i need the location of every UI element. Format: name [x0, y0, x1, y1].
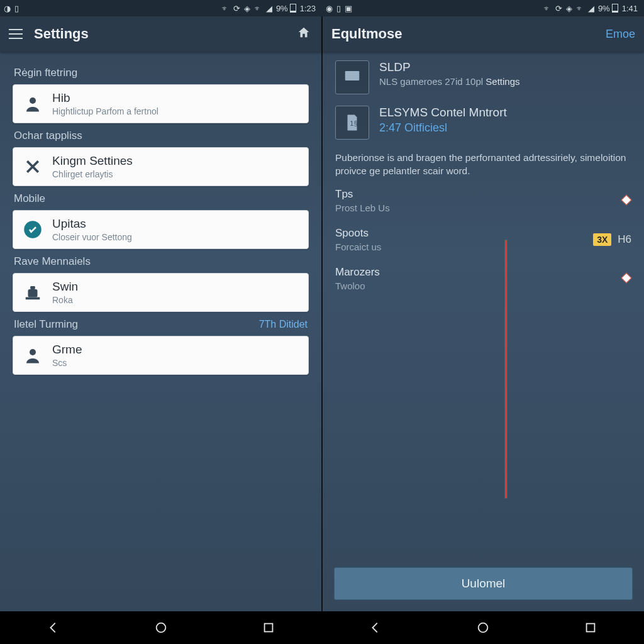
primary-button[interactable]: Uulomel [334, 567, 633, 600]
value-badge: 3X [593, 233, 611, 246]
page-title: Equltmose [331, 26, 402, 42]
split-view: Settings Rėgin ftetring Hib Hightlictup … [0, 16, 644, 611]
settings-card-kingm[interactable]: Kingm Settines Chlirget erlaytis [13, 147, 309, 186]
slider-marozers[interactable]: Marozers Twoloo [335, 266, 631, 291]
monitor-icon [335, 60, 369, 94]
signal-icon: ◢ [588, 4, 594, 13]
wifi-icon: ᯤ [543, 4, 552, 13]
card-title: Kingm Settines [52, 154, 133, 168]
wifi-icon: ᯤ [576, 4, 584, 13]
back-button[interactable] [357, 611, 394, 644]
svg-rect-11 [586, 624, 594, 632]
close-icon [22, 156, 43, 177]
card-subtitle: Hightlictup Parfom a fertnol [52, 106, 158, 116]
slider-spoots[interactable]: Spoots Forcaict us 3X H6 [335, 227, 631, 252]
slider-sublabel: Forcaict us [335, 242, 381, 252]
back-button[interactable] [35, 611, 72, 644]
settings-card-swin[interactable]: Swin Roka [13, 273, 309, 312]
home-icon[interactable] [295, 26, 313, 43]
badge-icon: ◈ [566, 4, 572, 13]
left-appbar: Settings [0, 16, 321, 52]
section-header-label: Iletel Turming [14, 318, 78, 331]
page-title: Settings [34, 26, 89, 42]
menu-icon[interactable] [9, 29, 23, 39]
badge-icon: ◈ [244, 4, 250, 13]
notification-icon: ▣ [345, 4, 352, 13]
svg-rect-2 [28, 289, 38, 297]
statusbar-left: ◑ ▯ ᯤ ⟳ ◈ ᯤ ◢ 9% 1:23 [0, 0, 322, 16]
person-icon [22, 345, 43, 366]
left-pane: Settings Rėgin ftetring Hib Hightlictup … [0, 16, 323, 611]
settings-card-upitas[interactable]: Upitas Closeir vuor Settong [13, 210, 309, 249]
section-header: Rave Mennaiels [14, 255, 308, 268]
robot-icon [22, 282, 43, 303]
recents-button[interactable] [572, 611, 609, 644]
header-action-link[interactable]: Emoe [606, 28, 635, 41]
list-item[interactable]: 1§ ELSYMS Contel Mntrort 2:47 Oitficiesl [335, 106, 631, 140]
slider-handle-icon[interactable] [623, 274, 631, 283]
section-header: Rėgin ftetring [14, 67, 308, 79]
list-item[interactable]: SLDP NLS gameroes 27id 10pl Settings [335, 60, 631, 94]
shield-icon [22, 219, 43, 240]
notification-icon: ◑ [4, 4, 11, 13]
home-button[interactable] [464, 611, 502, 644]
svg-point-5 [30, 349, 36, 355]
svg-rect-9 [264, 624, 272, 632]
section-header-link[interactable]: 7Th Ditidet [259, 319, 308, 330]
sync-icon: ⟳ [555, 4, 562, 13]
svg-rect-6 [345, 71, 360, 80]
battery-percent: 9% [598, 4, 610, 13]
card-subtitle: Closeir vuor Settong [52, 232, 132, 242]
svg-rect-4 [26, 297, 40, 300]
settings-card-grme[interactable]: Grme Scs [13, 336, 309, 375]
slider-sublabel: Prost Leb Us [335, 203, 390, 213]
notification-icon: ◉ [326, 4, 333, 13]
section-header: Ochar tappliss [14, 130, 308, 142]
card-subtitle: Scs [52, 358, 82, 368]
battery-indicator: 9% [276, 4, 296, 13]
card-subtitle: Roka [52, 295, 78, 305]
slider-label: Tps [335, 188, 390, 201]
section-header: Iletel Turming 7Th Ditidet [14, 318, 308, 331]
wifi-icon: ᯤ [221, 4, 230, 13]
slider-sublabel: Twoloo [335, 280, 380, 291]
slider-handle-icon[interactable] [623, 196, 631, 205]
card-title: Swin [52, 280, 78, 294]
svg-rect-3 [30, 286, 35, 289]
battery-percent: 9% [276, 4, 288, 13]
recents-button[interactable] [250, 611, 287, 644]
navbar-left [0, 611, 322, 644]
right-appbar: Equltmose Emoe [323, 16, 644, 52]
navbar-row [0, 611, 644, 644]
section-header: Mobile [14, 192, 308, 205]
card-title: Hib [52, 91, 158, 105]
slider-label: Spoots [335, 227, 381, 240]
svg-point-0 [30, 97, 36, 104]
statusbar-row: ◑ ▯ ᯤ ⟳ ◈ ᯤ ◢ 9% 1:23 ◉ ▯ ▣ ᯤ ⟳ ◈ ᯤ ◢ [0, 0, 644, 16]
card-title: Grme [52, 343, 82, 357]
item-link[interactable]: 2:47 Oitficiesl [379, 121, 507, 135]
clock: 1:41 [622, 4, 638, 13]
item-title: ELSYMS Contel Mntrort [379, 106, 507, 119]
navbar-right [322, 611, 644, 644]
svg-point-10 [479, 623, 488, 633]
battery-indicator: 9% [598, 4, 618, 13]
left-content: Rėgin ftetring Hib Hightlictup Parfom a … [0, 52, 321, 611]
battery-icon [612, 4, 618, 13]
sync-icon: ⟳ [233, 4, 240, 13]
statusbar-right: ◉ ▯ ▣ ᯤ ⟳ ◈ ᯤ ◢ 9% 1:41 [322, 0, 644, 16]
notification-icon: ▯ [14, 4, 19, 13]
svg-text:1§: 1§ [350, 119, 358, 127]
right-content: SLDP NLS gameroes 27id 10pl Settings 1§ … [323, 52, 644, 567]
slider-tps[interactable]: Tps Prost Leb Us [335, 188, 631, 213]
battery-icon [290, 4, 296, 13]
wifi-icon: ᯤ [254, 4, 262, 13]
home-button[interactable] [142, 611, 180, 644]
clock: 1:23 [300, 4, 316, 13]
value-text: H6 [618, 233, 631, 246]
notification-icon: ▯ [336, 4, 341, 13]
description-text: Puberionse is and bragen the perfornante… [335, 151, 631, 178]
settings-card-hib[interactable]: Hib Hightlictup Parfom a fertnol [13, 84, 309, 123]
right-pane: Equltmose Emoe SLDP NLS gameroes 27id 10… [323, 16, 644, 611]
slider-label: Marozers [335, 266, 380, 279]
